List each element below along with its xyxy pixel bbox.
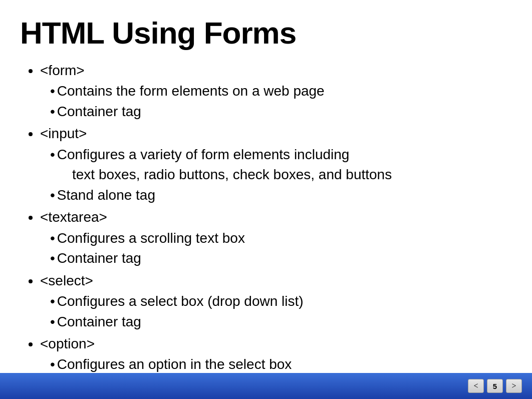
page-number: 5 (487, 379, 503, 393)
sub-item-form-1: Contains the form elements on a web page (50, 81, 512, 102)
sub-item-input-2: text boxes, radio buttons, check boxes, … (50, 165, 512, 185)
sub-list-input: Configures a variety of form elements in… (40, 145, 512, 206)
sub-item-form-2: Container tag (50, 102, 512, 122)
sub-list-select: Configures a select box (drop down list)… (40, 291, 512, 332)
tag-textarea: <textarea> (40, 209, 107, 225)
tag-input: <input> (40, 126, 87, 141)
list-item-select: <select> Configures a select box (drop d… (40, 271, 512, 332)
sub-item-textarea-1: Configures a scrolling text box (50, 228, 512, 249)
sub-item-select-2: Container tag (50, 312, 512, 332)
main-list: <form> Contains the form elements on a w… (25, 61, 512, 395)
next-button[interactable]: > (506, 379, 522, 393)
slide-title: HTML Using Forms (20, 15, 512, 51)
sub-item-textarea-2: Container tag (50, 248, 512, 269)
list-item-input: <input> Configures a variety of form ele… (40, 124, 512, 205)
content-area: <form> Contains the form elements on a w… (20, 61, 512, 395)
slide-container: HTML Using Forms <form> Contains the for… (0, 0, 532, 399)
sub-item-input-3: Stand alone tag (50, 185, 512, 206)
list-item-textarea: <textarea> Configures a scrolling text b… (40, 207, 512, 268)
nav-controls: < 5 > (468, 379, 522, 393)
sub-list-textarea: Configures a scrolling text box Containe… (40, 228, 512, 269)
bottom-bar: < 5 > (0, 373, 532, 399)
list-item-form: <form> Contains the form elements on a w… (40, 61, 512, 122)
sub-item-select-1: Configures a select box (drop down list) (50, 291, 512, 312)
tag-select: <select> (40, 273, 93, 288)
tag-form: <form> (40, 63, 85, 78)
sub-item-option-1: Configures an option in the select box (50, 354, 512, 375)
prev-button[interactable]: < (468, 379, 484, 393)
sub-item-input-1: Configures a variety of form elements in… (50, 145, 512, 165)
sub-list-form: Contains the form elements on a web page… (40, 81, 512, 122)
tag-option: <option> (40, 336, 95, 351)
